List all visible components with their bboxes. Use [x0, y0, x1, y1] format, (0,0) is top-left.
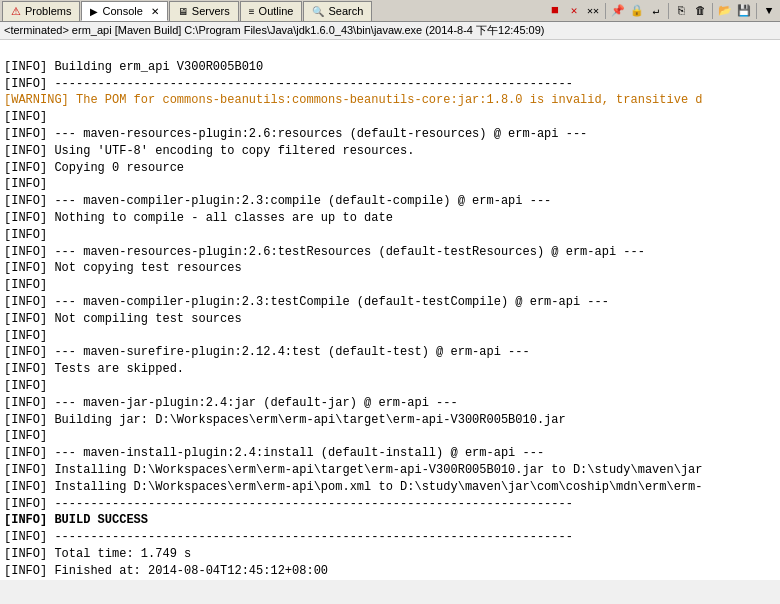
- tab-console-label: Console: [102, 5, 142, 17]
- console-line: [INFO] Not compiling test sources: [4, 311, 776, 328]
- open-file-btn[interactable]: 📂: [716, 2, 734, 20]
- console-line: [INFO] ---------------------------------…: [4, 529, 776, 546]
- tab-servers[interactable]: 🖥 Servers: [169, 1, 239, 21]
- tab-search[interactable]: 🔍 Search: [303, 1, 372, 21]
- tab-problems[interactable]: ⚠ Problems: [2, 1, 80, 21]
- separator-1: [605, 3, 606, 19]
- console-line: [INFO] --- maven-compiler-plugin:2.3:com…: [4, 193, 776, 210]
- tab-bar: ⚠ Problems ▶ Console ✕ 🖥 Servers ≡ Outli…: [0, 0, 780, 22]
- problems-icon: ⚠: [11, 5, 21, 18]
- console-line: [INFO]: [4, 176, 776, 193]
- tab-outline-label: Outline: [259, 5, 294, 17]
- console-line: [INFO] Nothing to compile - all classes …: [4, 210, 776, 227]
- console-line: [INFO]: [4, 428, 776, 445]
- console-line: [INFO] --- maven-resources-plugin:2.6:re…: [4, 126, 776, 143]
- console-line: [INFO]: [4, 378, 776, 395]
- tab-problems-label: Problems: [25, 5, 71, 17]
- console-line: [INFO]: [4, 109, 776, 126]
- console-line: [INFO] --- maven-jar-plugin:2.4:jar (def…: [4, 395, 776, 412]
- separator-2: [668, 3, 669, 19]
- remove-launch-btn[interactable]: ✕: [565, 2, 583, 20]
- terminate-btn[interactable]: ■: [546, 2, 564, 20]
- clear-btn[interactable]: 🗑: [691, 2, 709, 20]
- console-icon: ▶: [90, 6, 98, 17]
- console-line: [INFO]: [4, 328, 776, 345]
- console-line: [INFO] --- maven-resources-plugin:2.6:te…: [4, 244, 776, 261]
- console-line: [INFO] Finished at: 2014-08-04T12:45:12+…: [4, 563, 776, 580]
- console-line: [INFO] Building jar: D:\Workspaces\erm\e…: [4, 412, 776, 429]
- save-log-btn[interactable]: 💾: [735, 2, 753, 20]
- separator-3: [712, 3, 713, 19]
- status-text: <terminated> erm_api [Maven Build] C:\Pr…: [4, 23, 545, 38]
- console-line: [INFO] --- maven-compiler-plugin:2.3:tes…: [4, 294, 776, 311]
- close-icon[interactable]: ✕: [151, 6, 159, 17]
- servers-icon: 🖥: [178, 6, 188, 17]
- console-line: [INFO]: [4, 227, 776, 244]
- scroll-lock-btn[interactable]: 🔒: [628, 2, 646, 20]
- tab-console[interactable]: ▶ Console ✕: [81, 1, 167, 21]
- console-line: [INFO] Using 'UTF-8' encoding to copy fi…: [4, 143, 776, 160]
- console-line: [INFO] Installing D:\Workspaces\erm\erm-…: [4, 462, 776, 479]
- console-line: [INFO] Building erm_api V300R005B010: [4, 59, 776, 76]
- console-output[interactable]: [INFO] Building erm_api V300R005B010[INF…: [0, 40, 780, 580]
- remove-all-btn[interactable]: ✕✕: [584, 2, 602, 20]
- view-menu-btn[interactable]: ▼: [760, 2, 778, 20]
- outline-icon: ≡: [249, 6, 255, 17]
- search-icon: 🔍: [312, 6, 324, 17]
- console-line: [INFO] ---------------------------------…: [4, 76, 776, 93]
- console-line: [INFO]: [4, 277, 776, 294]
- tab-servers-label: Servers: [192, 5, 230, 17]
- console-line: [INFO] Installing D:\Workspaces\erm\erm-…: [4, 479, 776, 496]
- status-bar: <terminated> erm_api [Maven Build] C:\Pr…: [0, 22, 780, 40]
- console-line: [INFO] Final Memory: 6M/72M: [4, 580, 776, 581]
- console-line: [INFO] ---------------------------------…: [4, 496, 776, 513]
- tab-outline[interactable]: ≡ Outline: [240, 1, 303, 21]
- console-line: [WARNING] The POM for commons-beanutils:…: [4, 92, 776, 109]
- console-line: [INFO] Tests are skipped.: [4, 361, 776, 378]
- console-line: [INFO] --- maven-surefire-plugin:2.12.4:…: [4, 344, 776, 361]
- pin-btn[interactable]: 📌: [609, 2, 627, 20]
- console-line: [INFO] Copying 0 resource: [4, 160, 776, 177]
- console-line: [INFO] --- maven-install-plugin:2.4:inst…: [4, 445, 776, 462]
- tab-search-label: Search: [328, 5, 363, 17]
- separator-4: [756, 3, 757, 19]
- console-line: [INFO] Not copying test resources: [4, 260, 776, 277]
- console-line: [INFO] Total time: 1.749 s: [4, 546, 776, 563]
- word-wrap-btn[interactable]: ↵: [647, 2, 665, 20]
- console-line: [INFO] BUILD SUCCESS: [4, 512, 776, 529]
- copy-btn[interactable]: ⎘: [672, 2, 690, 20]
